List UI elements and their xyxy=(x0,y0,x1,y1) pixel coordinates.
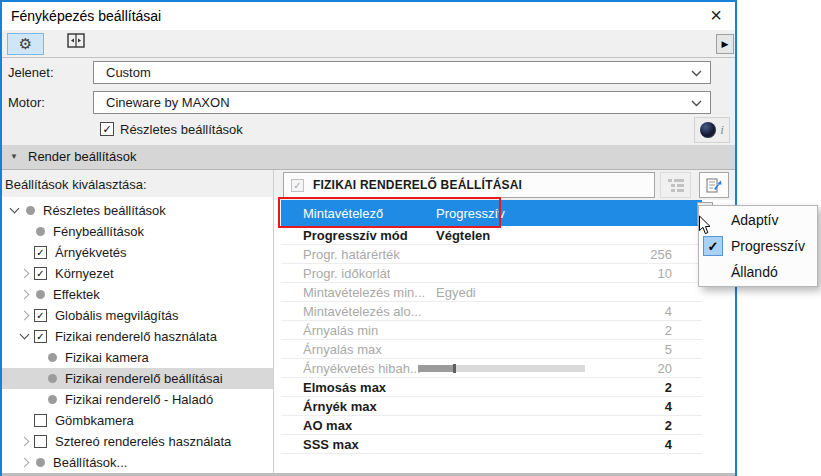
param-slider xyxy=(418,365,585,372)
collapse-arrow-icon[interactable] xyxy=(6,200,24,221)
toolbar xyxy=(2,30,735,58)
param-row-arnyekvetes-hibah[interactable]: Árnyékvetés hibah...20 xyxy=(281,359,702,378)
expand-arrow-icon[interactable] xyxy=(16,284,34,305)
param-value: 4 xyxy=(665,399,672,414)
param-label: Árnyalás min xyxy=(303,323,378,338)
param-value: 2 xyxy=(665,323,672,338)
tree-item-reszletes-beallitasok[interactable]: Részletes beállítások xyxy=(0,200,273,221)
settings-tab-button[interactable]: ⚙ xyxy=(7,33,44,55)
tree-checkbox[interactable]: ✓ xyxy=(34,246,47,259)
param-label: AO max xyxy=(303,418,352,433)
tree-checkbox[interactable]: ✓ xyxy=(34,330,47,343)
tree-item-label: Sztereó renderelés használata xyxy=(51,434,231,449)
detailed-settings-label: Részletes beállítások xyxy=(120,121,243,139)
tree-item-label: Fizikai renderelő - Haladó xyxy=(61,392,213,407)
tree-checkbox[interactable]: ✓ xyxy=(34,309,47,322)
tree-item-label: Környezet xyxy=(51,266,114,281)
gear-icon: ⚙ xyxy=(19,35,32,52)
tree-item-label: Fizikai kamera xyxy=(61,350,149,365)
detailed-settings-checkbox[interactable]: ✓ xyxy=(100,122,114,136)
parameter-table: MintavételezőProgresszívProgresszív módV… xyxy=(281,200,702,454)
section-title: Render beállítások xyxy=(28,145,136,169)
tree-item-label: Árnyékvetés xyxy=(51,245,127,260)
tree-checkbox[interactable]: ✓ xyxy=(34,267,47,280)
bullet-icon xyxy=(36,290,45,299)
param-value: 2 xyxy=(665,380,672,395)
param-value: 4 xyxy=(665,304,672,319)
param-row-arnyalas-max[interactable]: Árnyalás max5 xyxy=(281,340,702,359)
param-row-mintavetelezes-alo[interactable]: Mintavételezés alo...4 xyxy=(281,302,702,321)
tree-item-beallitasok[interactable]: Beállítások... xyxy=(0,452,273,473)
param-value: 10 xyxy=(658,266,672,281)
tree-item-fizikai-renderelo-halado[interactable]: Fizikai renderelő - Haladó xyxy=(0,389,273,410)
menu-item-label: Adaptív xyxy=(731,212,778,228)
bullet-icon xyxy=(48,353,57,362)
expand-arrow-icon[interactable] xyxy=(16,431,34,452)
layout-tab-button[interactable] xyxy=(59,33,93,55)
param-value: Végtelen xyxy=(436,228,490,243)
arrow-spacer xyxy=(16,221,34,242)
expand-arrow-icon[interactable] xyxy=(16,452,34,473)
toolbar-overflow-button[interactable]: ▶ xyxy=(716,34,734,54)
tree-item-sztereo-rendereles-hasznalata[interactable]: Sztereó renderelés használata xyxy=(0,431,273,452)
param-value: Progresszív xyxy=(436,206,505,221)
dialog-title: Fényképezés beállításai xyxy=(2,2,735,30)
close-icon[interactable]: × xyxy=(700,2,732,30)
menu-item-adaptiv[interactable]: Adaptív xyxy=(699,207,817,233)
tree-item-label: Fénybeállítások xyxy=(49,224,144,239)
panel-header-title: FIZIKAI RENDERELŐ BEÁLLÍTÁSAI xyxy=(313,178,522,192)
cinema4d-icon xyxy=(700,122,716,138)
param-label: Mintavételező xyxy=(303,206,383,221)
param-row-sss-max[interactable]: SSS max4 xyxy=(281,435,702,454)
param-row-arnyek-max[interactable]: Árnyék max4 xyxy=(281,397,702,416)
expand-arrow-icon[interactable] xyxy=(16,263,34,284)
param-row-progr-idokorlat[interactable]: Progr. időkorlát10 xyxy=(281,264,702,283)
menu-item-progressziv[interactable]: ✓Progresszív xyxy=(699,233,817,259)
tree-item-fizikai-renderelo-hasznalata[interactable]: ✓Fizikai renderelő használata xyxy=(0,326,273,347)
param-label: Árnyék max xyxy=(303,399,377,414)
tree-item-kornyezet[interactable]: ✓Környezet xyxy=(0,263,273,284)
param-row-mintavetelezo[interactable]: MintavételezőProgresszív xyxy=(281,200,702,226)
transfer-settings-button[interactable] xyxy=(699,172,729,198)
panel-header-checkbox: ✓ xyxy=(291,179,304,192)
tree-item-label: Fizikai renderelő beállításai xyxy=(61,371,223,386)
render-settings-section-header[interactable]: ▼ Render beállítások xyxy=(0,145,737,170)
tree-item-arnyekvetes[interactable]: ✓Árnyékvetés xyxy=(0,242,273,263)
param-row-elmosas-max[interactable]: Elmosás max2 xyxy=(281,378,702,397)
scene-dropdown[interactable]: Custom xyxy=(93,61,711,84)
tree-item-gombkamera[interactable]: Gömbkamera xyxy=(0,410,273,431)
expand-arrow-icon[interactable] xyxy=(16,305,34,326)
arrow-spacer xyxy=(28,389,46,410)
tree-checkbox[interactable] xyxy=(34,414,47,427)
param-label: Mintavételezés alo... xyxy=(303,304,422,319)
tree-item-fizikai-renderelo-beallitasai[interactable]: Fizikai renderelő beállításai xyxy=(0,368,273,389)
tree-checkbox[interactable] xyxy=(34,435,47,448)
tree-item-globalis-megvilagitas[interactable]: ✓Globális megvilágítás xyxy=(0,305,273,326)
param-value: Egyedi xyxy=(436,285,476,300)
param-row-ao-max[interactable]: AO max2 xyxy=(281,416,702,435)
tree-item-label: Részletes beállítások xyxy=(39,203,166,218)
param-label: Progr. időkorlát xyxy=(303,266,390,281)
param-row-arnyalas-min[interactable]: Árnyalás min2 xyxy=(281,321,702,340)
document-arrow-icon xyxy=(705,177,723,194)
tree-list-icon xyxy=(667,178,685,192)
param-label: Árnyalás max xyxy=(303,342,382,357)
param-value: 2 xyxy=(665,418,672,433)
param-row-mintavetelezes-min[interactable]: Mintavételezés min...Egyedi xyxy=(281,283,702,302)
engine-dropdown[interactable]: Cineware by MAXON xyxy=(93,91,711,114)
tree-item-fizikai-kamera[interactable]: Fizikai kamera xyxy=(0,347,273,368)
collapse-arrow-icon[interactable] xyxy=(16,326,34,347)
tree-view-button[interactable] xyxy=(660,172,691,198)
scene-value: Custom xyxy=(106,65,151,80)
cinema4d-info-button[interactable]: i xyxy=(694,117,730,143)
chevron-down-icon xyxy=(691,70,702,77)
window-split-icon xyxy=(67,33,85,48)
tree-item-effektek[interactable]: Effektek xyxy=(0,284,273,305)
bullet-icon xyxy=(36,227,45,236)
tree-item-fenybeallitasok[interactable]: Fénybeállítások xyxy=(0,221,273,242)
arrow-spacer xyxy=(28,368,46,389)
menu-item-allando[interactable]: Állandó xyxy=(699,259,817,285)
param-row-progr-hatarertek[interactable]: Progr. határérték256 xyxy=(281,245,702,264)
panel-header-bar[interactable]: ✓ FIZIKAI RENDERELŐ BEÁLLÍTÁSAI xyxy=(283,172,655,198)
param-row-progressziv-mod[interactable]: Progresszív módVégtelen xyxy=(281,226,702,245)
